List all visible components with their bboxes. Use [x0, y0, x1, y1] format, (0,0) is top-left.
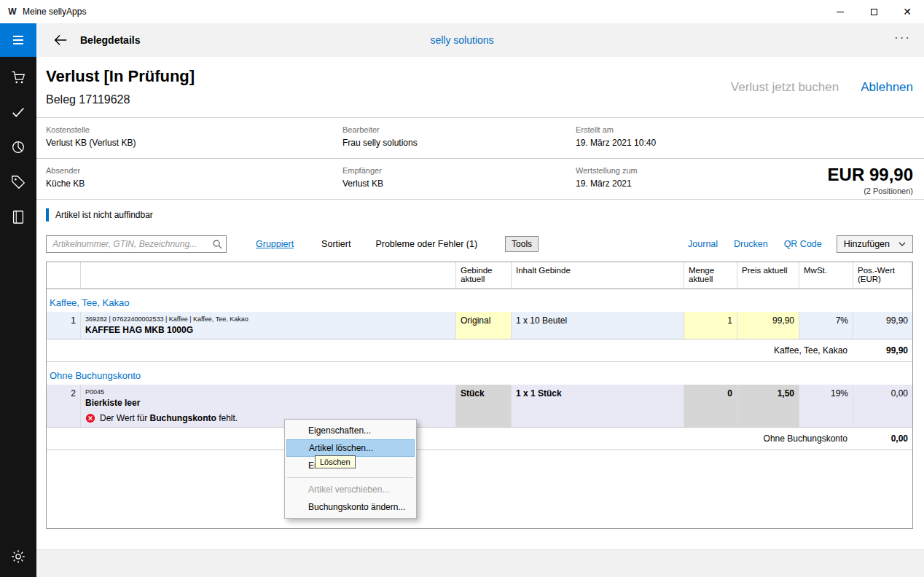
more-button[interactable]: ···: [894, 34, 911, 46]
col-preis: Preis aktuell: [737, 262, 799, 289]
document-total: EUR 99,90 (2 Positionen): [828, 165, 913, 195]
menu-item-eigenschaften[interactable]: Eigenschaften...: [286, 422, 415, 439]
field-label: Bearbeiter: [342, 125, 576, 134]
context-menu: Eigenschaften... Artikel löschen... Erse…: [284, 419, 417, 519]
tag-icon: [10, 174, 26, 190]
back-arrow-icon: [52, 32, 68, 48]
document-actions: Verlust jetzt buchen Ablehnen: [731, 80, 913, 95]
add-button-label: Hinzufügen: [844, 239, 890, 249]
field-label: Absender: [46, 166, 342, 175]
toolbar-right: Journal Drucken QR Code Hinzufügen: [672, 235, 913, 253]
journal-link[interactable]: Journal: [688, 239, 718, 249]
article-cell: 369282 | 07622400002533 | Kaffee | Kaffe…: [81, 312, 456, 339]
field-bearbeiter: Bearbeiter Frau selly solutions: [342, 125, 576, 148]
row-number: 1: [47, 312, 81, 339]
group-subtotal-kaffee: Kaffee, Tee, Kakao 99,90: [47, 339, 912, 362]
app-window: W Meine sellyApps ✕ Belegdetails selly s…: [0, 0, 924, 577]
menu-button[interactable]: [0, 23, 36, 57]
col-menge: Menge aktuell: [684, 262, 737, 289]
tools-button[interactable]: Tools: [505, 236, 539, 252]
checkmark-icon: [10, 104, 26, 120]
minimize-button[interactable]: [823, 0, 857, 23]
sidebar-item-prices[interactable]: [0, 165, 36, 200]
menu-item-buchungskonto-aendern[interactable]: Buchungskonto ändern...: [286, 498, 415, 516]
article-meta: 369282 | 07622400002533 | Kaffee | Kaffe…: [85, 315, 451, 323]
col-pos-wert: Pos.-Wert (EUR): [853, 262, 912, 289]
col-gebinde: Gebinde aktuell: [456, 262, 512, 289]
filter-sorted-link[interactable]: Sortiert: [321, 239, 351, 249]
close-icon: ✕: [903, 7, 912, 17]
mwst-cell: 19%: [799, 385, 853, 427]
chevron-down-icon: [898, 242, 906, 247]
close-button[interactable]: ✕: [890, 0, 924, 23]
gebinde-cell[interactable]: Original: [456, 312, 512, 339]
items-toolbar: Gruppiert Sortiert Probleme oder Fehler …: [46, 235, 913, 253]
col-num: [47, 262, 81, 289]
sidebar-item-catalog[interactable]: [0, 200, 36, 235]
sidebar-item-tasks[interactable]: [0, 95, 36, 130]
reject-button[interactable]: Ablehnen: [861, 80, 913, 95]
main-content: Verlust [In Prüfung] Beleg 17119628 Verl…: [36, 57, 924, 529]
sidebar-item-cart[interactable]: [0, 60, 36, 95]
search-input[interactable]: [46, 235, 227, 253]
preis-cell[interactable]: 1,50: [737, 385, 799, 427]
sidebar-item-settings[interactable]: [0, 539, 36, 574]
row-number: 2: [47, 385, 81, 427]
mwst-cell: 7%: [799, 312, 853, 339]
back-button[interactable]: [51, 31, 70, 50]
window-title: Meine sellyApps: [23, 7, 86, 17]
table-row-2[interactable]: 2 P0045 Bierkiste leer Der Wert für Buch…: [47, 385, 912, 428]
cart-icon: [10, 69, 26, 85]
document-number: Beleg 17119628: [46, 91, 195, 109]
maximize-button[interactable]: [857, 0, 890, 23]
document-title: Verlust [In Prüfung]: [46, 66, 195, 87]
filter-grouped-link[interactable]: Gruppiert: [256, 239, 294, 249]
titlebar: W Meine sellyApps ✕: [0, 0, 924, 23]
document-header: Verlust [In Prüfung] Beleg 17119628 Verl…: [36, 57, 924, 118]
table-row-1[interactable]: 1 369282 | 07622400002533 | Kaffee | Kaf…: [47, 312, 912, 339]
pos-wert-cell: 0,00: [853, 385, 912, 427]
menge-cell[interactable]: 1: [684, 312, 737, 339]
qr-code-link[interactable]: QR Code: [784, 239, 822, 249]
subtotal-value: 99,90: [853, 345, 912, 356]
col-article: [81, 262, 456, 289]
book-icon: [10, 209, 26, 225]
table-header-row: Gebinde aktuell Inhalt Gebinde Menge akt…: [47, 262, 912, 289]
gear-icon: [10, 549, 26, 565]
inhalt-cell: 1 x 10 Beutel: [512, 312, 684, 339]
search-box: [46, 235, 227, 253]
post-loss-button[interactable]: Verlust jetzt buchen: [731, 80, 839, 95]
app-name: selly solutions: [430, 34, 493, 46]
window-logo-icon: W: [7, 6, 18, 17]
sidebar-item-reports[interactable]: [0, 130, 36, 165]
gebinde-cell[interactable]: Stück: [456, 385, 512, 427]
col-mwst: MwSt.: [799, 262, 853, 289]
error-text: Der Wert für Buchungskonto fehlt.: [100, 413, 238, 423]
field-value: Frau selly solutions: [342, 138, 576, 148]
article-name: KAFFEE HAG MKB 1000G: [85, 325, 451, 335]
window-controls: ✕: [823, 0, 924, 23]
filter-problems-link[interactable]: Probleme oder Fehler (1): [375, 239, 477, 249]
pie-chart-icon: [10, 139, 26, 155]
add-button[interactable]: Hinzufügen: [837, 235, 913, 253]
search-icon: [212, 239, 222, 249]
maximize-icon: [871, 9, 877, 15]
more-icon: ···: [894, 31, 911, 44]
bottom-bar: [36, 549, 924, 577]
minimize-icon: [837, 12, 844, 12]
col-inhalt: Inhalt Gebinde: [512, 262, 684, 289]
preis-cell[interactable]: 99,90: [737, 312, 799, 339]
group-subtotal-ohne-buchungskonto: Ohne Buchungskonto 0,00: [47, 428, 912, 450]
field-label: Erstellt am: [576, 125, 913, 134]
page-title: Belegdetails: [80, 34, 140, 46]
article-meta: P0045: [85, 388, 451, 396]
subtotal-value: 0,00: [853, 433, 912, 444]
menu-item-artikel-loeschen[interactable]: Artikel löschen...: [286, 439, 415, 457]
menge-cell[interactable]: 0: [684, 385, 737, 427]
field-kostenstelle: Kostenstelle Verlust KB (Verlust KB): [46, 125, 342, 148]
field-value: Verlust KB: [342, 178, 576, 189]
sidebar: [0, 23, 36, 577]
items-table: Gebinde aktuell Inhalt Gebinde Menge akt…: [46, 262, 913, 529]
inhalt-cell: 1 x 1 Stück: [512, 385, 684, 427]
print-link[interactable]: Drucken: [734, 239, 768, 249]
